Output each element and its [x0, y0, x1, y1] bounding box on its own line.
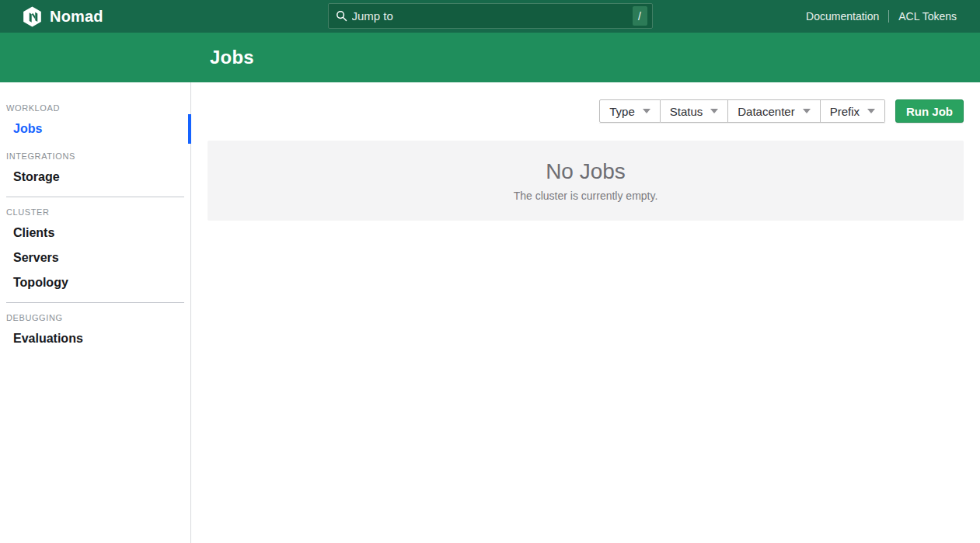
sidebar-divider: [6, 197, 184, 197]
chevron-down-icon: [803, 109, 811, 113]
nomad-logo-icon: [22, 6, 43, 27]
status-filter-dropdown[interactable]: Status: [661, 99, 729, 123]
jobs-toolbar: Type Status Datacenter Prefix Run Job: [208, 99, 964, 123]
datacenter-filter-label: Datacenter: [738, 105, 794, 118]
sidebar-item-evaluations[interactable]: Evaluations: [0, 326, 190, 351]
brand-name: Nomad: [50, 8, 103, 26]
jump-to-search[interactable]: /: [328, 3, 653, 29]
documentation-link[interactable]: Documentation: [806, 10, 879, 23]
sidebar: WORKLOAD Jobs INTEGRATIONS Storage CLUST…: [0, 82, 191, 543]
page-title: Jobs: [210, 47, 254, 68]
search-icon: [336, 10, 347, 22]
slash-shortcut-key-hint: /: [633, 6, 647, 26]
sidebar-section-debugging: DEBUGGING: [6, 312, 184, 323]
chevron-down-icon: [867, 109, 875, 113]
empty-state-title: No Jobs: [546, 159, 626, 184]
sidebar-item-servers[interactable]: Servers: [0, 245, 190, 270]
run-job-button[interactable]: Run Job: [895, 99, 964, 123]
sidebar-item-topology[interactable]: Topology: [0, 270, 190, 295]
top-navigation-bar: Nomad / Documentation ACL Tokens: [0, 0, 980, 33]
chevron-down-icon: [710, 109, 718, 113]
content-layout: WORKLOAD Jobs INTEGRATIONS Storage CLUST…: [0, 82, 980, 543]
filter-button-group: Type Status Datacenter Prefix: [599, 99, 885, 123]
sidebar-item-jobs[interactable]: Jobs: [0, 117, 190, 141]
prefix-filter-label: Prefix: [830, 105, 860, 118]
main-content: Type Status Datacenter Prefix Run Job: [191, 82, 980, 543]
page-header: Jobs: [0, 33, 980, 82]
sidebar-section-cluster: CLUSTER: [6, 207, 184, 218]
chevron-down-icon: [643, 109, 650, 113]
search-input[interactable]: [352, 9, 633, 23]
type-filter-dropdown[interactable]: Type: [599, 99, 661, 123]
sidebar-item-storage[interactable]: Storage: [0, 165, 190, 190]
sidebar-item-clients[interactable]: Clients: [0, 221, 190, 245]
datacenter-filter-dropdown[interactable]: Datacenter: [728, 99, 820, 123]
empty-state-panel: No Jobs The cluster is currently empty.: [208, 141, 964, 221]
link-separator: [888, 10, 889, 23]
prefix-filter-dropdown[interactable]: Prefix: [821, 99, 885, 123]
status-filter-label: Status: [670, 105, 703, 118]
sidebar-divider: [6, 302, 184, 303]
sidebar-section-workload: WORKLOAD: [6, 103, 184, 113]
empty-state-message: The cluster is currently empty.: [514, 190, 658, 202]
sidebar-section-integrations: INTEGRATIONS: [6, 151, 184, 162]
nomad-home-link[interactable]: Nomad: [22, 6, 103, 27]
acl-tokens-link[interactable]: ACL Tokens: [898, 10, 957, 23]
type-filter-label: Type: [609, 105, 635, 118]
topbar-links: Documentation ACL Tokens: [806, 10, 957, 23]
